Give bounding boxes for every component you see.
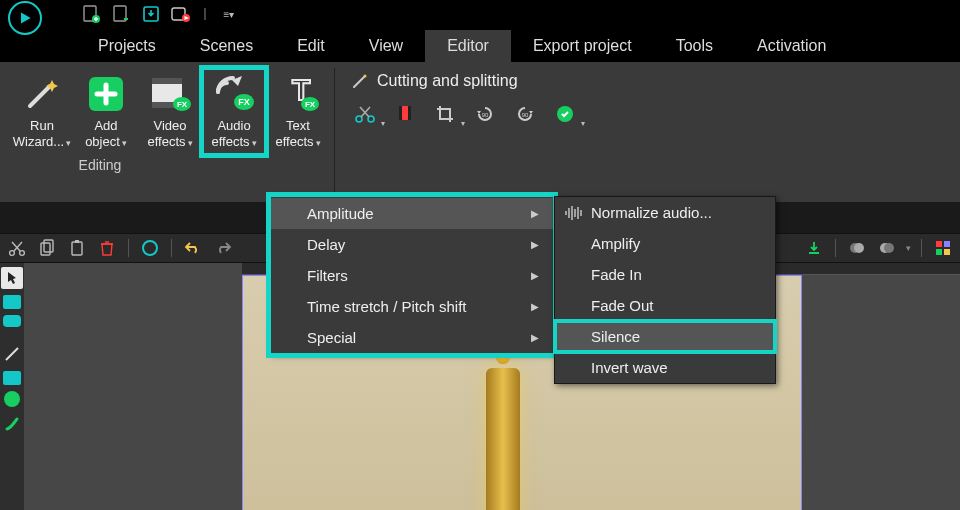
svg-text:90: 90 [522,112,529,118]
tb-sep4 [921,239,922,257]
menu-view[interactable]: View [347,30,425,62]
svg-rect-42 [944,249,950,255]
undo-icon[interactable] [182,237,204,259]
ribbon-cutting-group: Cutting and splitting 90 90 [337,62,593,202]
quick-access-toolbar: ≡▾ [0,0,960,28]
ribbon-group-label: Editing [79,157,122,173]
brush-tool-icon[interactable] [1,413,23,435]
svg-point-38 [884,243,894,253]
dd2-normalize[interactable]: Normalize audio... [555,197,775,228]
menu-bar: Projects Scenes Edit View Editor Export … [0,28,960,62]
cutting-label: Cutting and splitting [377,72,518,90]
menu-activation[interactable]: Activation [735,30,848,62]
svg-rect-39 [936,241,942,247]
menu-edit[interactable]: Edit [275,30,347,62]
marker-tool-icon[interactable] [391,102,419,126]
dd2-amplify[interactable]: Amplify [555,228,775,259]
audio-effects-label2: effects [211,134,256,149]
dd2-invert[interactable]: Invert wave [555,352,775,383]
video-effects-button[interactable]: FX Videoeffects [138,68,202,155]
pointer-tool-icon[interactable] [1,267,23,289]
svg-rect-24 [408,106,411,120]
dd2-fadein[interactable]: Fade In [555,259,775,290]
svg-text:90: 90 [482,112,489,118]
qat-separator [204,8,206,20]
svg-rect-40 [944,241,950,247]
pal-teal-round[interactable] [3,315,21,327]
menu-projects[interactable]: Projects [76,30,178,62]
qat-more-icon[interactable]: ≡▾ [218,3,240,25]
menu-editor[interactable]: Editor [425,30,511,62]
svg-rect-31 [44,240,53,252]
run-wizard-label1: Run [30,118,54,133]
add-object-button[interactable]: Addobject [74,68,138,155]
wizard-icon [20,72,64,116]
dd1-special[interactable]: Special▶ [271,322,553,353]
pal-teal-rect[interactable] [3,295,21,309]
menu-tools[interactable]: Tools [654,30,735,62]
line-tool-icon[interactable] [1,343,23,365]
cut-tool-icon[interactable] [351,102,379,126]
video-effects-icon: FX [148,72,192,116]
layer1-icon[interactable] [846,237,868,259]
dd1-delay[interactable]: Delay▶ [271,229,553,260]
dd2-normalize-label: Normalize audio... [591,204,712,221]
run-wizard-label2: Wizard... [13,134,71,149]
copy-icon[interactable] [36,237,58,259]
wand-icon [351,72,369,90]
text-effects-button[interactable]: TFX Texteffects [266,68,330,155]
redo-icon[interactable] [212,237,234,259]
tb-sep3 [835,239,836,257]
dd1-amplitude-label: Amplitude [307,205,374,222]
rotate-right-icon[interactable]: 90 [511,102,539,126]
paste-icon[interactable] [66,237,88,259]
run-wizard-button[interactable]: RunWizard... [10,68,74,155]
dd1-filters[interactable]: Filters▶ [271,260,553,291]
svg-rect-10 [152,78,182,84]
dd1-time-stretch[interactable]: Time stretch / Pitch shift▶ [271,291,553,322]
dd1-amplitude[interactable]: Amplitude▶ [271,198,553,229]
text-effects-icon: TFX [276,72,320,116]
pal-teal-square[interactable] [3,371,21,385]
svg-point-28 [10,251,15,256]
qat-save-icon[interactable] [140,3,162,25]
qat-doc1-icon[interactable] [80,3,102,25]
dd2-fadeout-label: Fade Out [591,297,654,314]
qat-doc2-icon[interactable] [110,3,132,25]
audio-effects-dropdown: Amplitude▶ Delay▶ Filters▶ Time stretch … [270,196,554,354]
svg-marker-0 [21,12,31,23]
circle-shape-icon[interactable] [139,237,161,259]
dd2-fadeout[interactable]: Fade Out [555,290,775,321]
audio-effects-label1: Audio [217,118,250,133]
layer-dd-icon[interactable]: ▾ [906,243,911,253]
qat-record-icon[interactable] [170,3,192,25]
download-icon[interactable] [803,237,825,259]
crop-tool-icon[interactable] [431,102,459,126]
text-effects-label2: effects [275,134,320,149]
svg-text:FX: FX [305,100,316,109]
delete-icon[interactable] [96,237,118,259]
grid-icon[interactable] [932,237,954,259]
pal-green-circle[interactable] [4,391,20,407]
audio-effects-button[interactable]: FX Audioeffects [202,68,266,155]
dd1-special-label: Special [307,329,356,346]
settings-tool-icon[interactable] [551,102,579,126]
dd1-delay-label: Delay [307,236,345,253]
scissors-icon[interactable] [6,237,28,259]
app-logo[interactable] [8,1,42,35]
dd2-fadein-label: Fade In [591,266,642,283]
tb-sep2 [171,239,172,257]
menu-scenes[interactable]: Scenes [178,30,275,62]
rotate-left-icon[interactable]: 90 [471,102,499,126]
ribbon-group-editing: RunWizard... Addobject FX Videoeffects F… [0,62,332,202]
dd2-silence[interactable]: Silence [555,321,775,352]
svg-rect-22 [401,106,409,120]
menu-export-project[interactable]: Export project [511,30,654,62]
svg-point-34 [143,241,157,255]
svg-text:FX: FX [177,100,188,109]
layer2-icon[interactable] [876,237,898,259]
text-effects-label1: Text [286,118,310,133]
svg-rect-23 [399,106,402,120]
ribbon: RunWizard... Addobject FX Videoeffects F… [0,62,960,202]
dd1-time-stretch-label: Time stretch / Pitch shift [307,298,467,315]
